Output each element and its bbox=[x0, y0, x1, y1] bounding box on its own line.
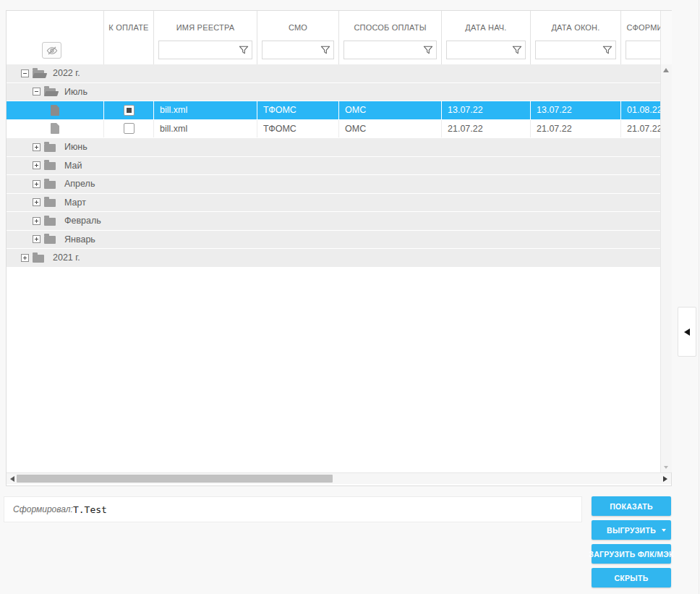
registry-tree-grid: К ОПЛАТЕИМЯ РЕЕСТРАСМОСПОСОБ ОПЛАТЫДАТА … bbox=[6, 10, 672, 486]
scroll-up-icon[interactable] bbox=[663, 68, 669, 72]
column-label: СМО bbox=[257, 23, 338, 32]
tree-month-row[interactable]: Январь bbox=[7, 231, 660, 250]
tree-month-row[interactable]: Апрель bbox=[7, 175, 660, 194]
dropdown-caret-icon[interactable] bbox=[662, 529, 666, 532]
cell-smo: ТФОМС bbox=[257, 101, 339, 119]
filter-box-4 bbox=[343, 41, 437, 59]
formed-by-value: T.Test bbox=[73, 504, 107, 515]
folder-icon bbox=[44, 199, 56, 207]
cell-date_start: 21.07.22 bbox=[442, 120, 531, 138]
toggle-visibility-button[interactable] bbox=[42, 42, 61, 59]
tree-year-row[interactable]: 2021 г. bbox=[7, 249, 660, 268]
folder-open-icon bbox=[44, 88, 56, 96]
file-icon-cell bbox=[7, 101, 104, 119]
cell-date_end: 21.07.22 bbox=[531, 120, 621, 138]
filter-input-5[interactable] bbox=[447, 41, 511, 59]
folder-open-icon bbox=[33, 70, 44, 78]
folder-icon bbox=[44, 236, 56, 244]
tree-month-row[interactable]: Июнь bbox=[7, 138, 660, 157]
filter-funnel-icon[interactable] bbox=[602, 45, 612, 55]
document-icon bbox=[51, 123, 59, 134]
column-header-6[interactable]: ДАТА ОКОН. bbox=[531, 11, 621, 64]
tree-month-row[interactable]: Март bbox=[7, 194, 660, 213]
registry-file-row[interactable]: bill.xmlТФОМСОМС13.07.2213.07.2201.08.22 bbox=[7, 101, 660, 120]
expand-plus-icon[interactable] bbox=[33, 235, 40, 243]
filter-funnel-icon[interactable] bbox=[320, 45, 330, 55]
collapse-panel-button[interactable] bbox=[678, 307, 696, 357]
right-panel-divider bbox=[699, 0, 699, 594]
column-label: СФОРМИРОВАН bbox=[621, 23, 660, 32]
collapse-left-icon bbox=[684, 328, 690, 336]
button-label: ЗАГРУЗИТЬ ФЛК/МЭК bbox=[589, 550, 674, 559]
column-label: ДАТА НАЧ. bbox=[442, 23, 530, 32]
hide-button[interactable]: СКРЫТЬ bbox=[592, 568, 671, 587]
column-header-1[interactable]: К ОПЛАТЕ bbox=[104, 11, 154, 64]
pay-checkbox[interactable] bbox=[124, 123, 135, 134]
tree-node-label: Февраль bbox=[64, 216, 101, 226]
folder-icon bbox=[33, 255, 44, 263]
scroll-left-icon[interactable] bbox=[10, 476, 14, 482]
file-icon-cell bbox=[7, 120, 104, 138]
filter-input-7[interactable] bbox=[626, 41, 660, 59]
grid-body: 2022 г.Июльbill.xmlТФОМСОМС13.07.2213.07… bbox=[7, 64, 660, 472]
tree-node-label: 2021 г. bbox=[53, 253, 80, 263]
scroll-down-icon[interactable] bbox=[664, 466, 668, 469]
button-label: ВЫГРУЗИТЬ bbox=[607, 526, 656, 535]
horizontal-scrollbar[interactable] bbox=[7, 472, 671, 484]
column-header-2[interactable]: ИМЯ РЕЕСТРА bbox=[154, 11, 257, 64]
tree-node-label: Июль bbox=[64, 87, 88, 97]
tree-month-row[interactable]: Май bbox=[7, 157, 660, 176]
filter-box-6 bbox=[535, 41, 616, 59]
folder-icon bbox=[44, 218, 56, 226]
cell-smo: ТФОМС bbox=[257, 120, 339, 138]
column-label: СПОСОБ ОПЛАТЫ bbox=[339, 23, 441, 32]
folder-icon bbox=[44, 181, 56, 189]
column-header-3[interactable]: СМО bbox=[257, 11, 339, 64]
pay-checkbox[interactable] bbox=[124, 105, 135, 116]
tree-month-row[interactable]: Июль bbox=[7, 83, 660, 102]
column-header-4[interactable]: СПОСОБ ОПЛАТЫ bbox=[339, 11, 442, 64]
tree-node-label: Апрель bbox=[64, 179, 95, 189]
tree-month-row[interactable]: Февраль bbox=[7, 212, 660, 231]
load-flk-mek-button[interactable]: ЗАГРУЗИТЬ ФЛК/МЭК bbox=[592, 544, 671, 564]
column-label: К ОПЛАТЕ bbox=[104, 23, 153, 32]
button-label: ПОКАЗАТЬ bbox=[610, 502, 653, 511]
cell-name: bill.xml bbox=[154, 101, 257, 119]
registry-file-row[interactable]: bill.xmlТФОМСОМС21.07.2221.07.2221.07.22 bbox=[7, 120, 660, 139]
tree-year-row[interactable]: 2022 г. bbox=[7, 64, 660, 83]
vertical-scrollbar[interactable] bbox=[660, 64, 672, 472]
show-button[interactable]: ПОКАЗАТЬ bbox=[592, 496, 671, 516]
cell-method: ОМС bbox=[339, 120, 442, 138]
column-header-0 bbox=[7, 11, 104, 64]
filter-funnel-icon[interactable] bbox=[239, 45, 249, 55]
expand-plus-icon[interactable] bbox=[33, 217, 40, 225]
scroll-right-icon[interactable] bbox=[663, 476, 667, 482]
column-header-7[interactable]: СФОРМИРОВАН bbox=[621, 11, 660, 64]
filter-box-2 bbox=[158, 41, 252, 59]
horizontal-scroll-thumb[interactable] bbox=[17, 475, 333, 483]
filter-input-6[interactable] bbox=[536, 41, 601, 59]
filter-input-3[interactable] bbox=[262, 41, 319, 59]
filter-input-2[interactable] bbox=[159, 41, 237, 59]
cell-formed: 01.08.22 bbox=[621, 101, 660, 119]
export-button[interactable]: ВЫГРУЗИТЬ bbox=[592, 520, 671, 540]
cell-date_end: 13.07.22 bbox=[531, 101, 621, 119]
grid-header: К ОПЛАТЕИМЯ РЕЕСТРАСМОСПОСОБ ОПЛАТЫДАТА … bbox=[7, 11, 671, 65]
cell-name: bill.xml bbox=[154, 120, 257, 138]
header-corner bbox=[660, 11, 672, 64]
filter-box-7 bbox=[626, 41, 660, 59]
column-header-5[interactable]: ДАТА НАЧ. bbox=[442, 11, 531, 64]
filter-funnel-icon[interactable] bbox=[423, 45, 433, 55]
pay-checkbox-cell bbox=[104, 120, 154, 138]
cell-formed: 21.07.22 bbox=[621, 120, 660, 138]
filter-box-3 bbox=[262, 41, 334, 59]
collapse-minus-icon[interactable] bbox=[33, 88, 40, 96]
collapse-minus-icon[interactable] bbox=[21, 69, 29, 77]
expand-plus-icon[interactable] bbox=[33, 161, 40, 169]
expand-plus-icon[interactable] bbox=[21, 254, 29, 262]
expand-plus-icon[interactable] bbox=[33, 180, 40, 188]
expand-plus-icon[interactable] bbox=[33, 143, 40, 151]
filter-input-4[interactable] bbox=[344, 41, 422, 59]
expand-plus-icon[interactable] bbox=[33, 198, 40, 206]
filter-funnel-icon[interactable] bbox=[512, 45, 522, 55]
